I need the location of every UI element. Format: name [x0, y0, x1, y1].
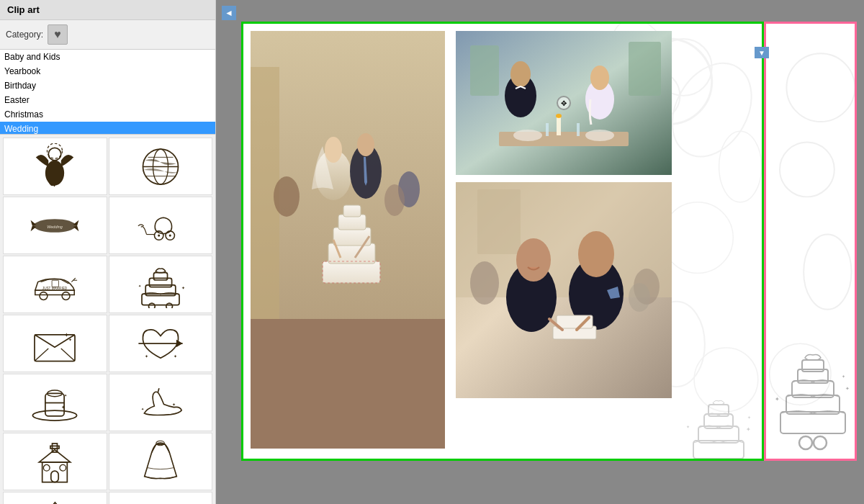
canvas-area: ✥ — [241, 22, 857, 461]
clipart-item-church[interactable] — [3, 433, 107, 490]
photo-bottom-right[interactable] — [456, 182, 672, 398]
svg-point-0 — [49, 148, 62, 161]
clipart-item-hat[interactable]: ✦ ✦ ✦ — [3, 374, 107, 431]
svg-point-114 — [780, 143, 834, 197]
photo-move-handle[interactable]: ✥ — [557, 96, 571, 110]
photo-large[interactable] — [251, 31, 445, 449]
clipart-item-carriage[interactable] — [109, 197, 213, 254]
svg-text:✦: ✦ — [746, 426, 751, 433]
svg-rect-40 — [51, 471, 58, 482]
category-label: Category: — [6, 30, 43, 40]
svg-text:✦: ✦ — [138, 284, 141, 288]
svg-point-75 — [384, 184, 405, 216]
svg-point-85 — [510, 61, 531, 87]
svg-point-80 — [513, 130, 542, 141]
svg-point-115 — [804, 235, 851, 310]
svg-point-103 — [629, 283, 650, 312]
svg-point-81 — [585, 130, 614, 141]
svg-rect-91 — [629, 42, 661, 96]
page-right: ✦ ✦ ✦ — [764, 22, 857, 461]
category-item-baby[interactable]: Baby and Kids — [0, 50, 215, 64]
svg-text:✦: ✦ — [61, 405, 66, 410]
svg-point-126 — [814, 436, 827, 449]
svg-point-87 — [590, 66, 609, 90]
svg-text:✦: ✦ — [686, 425, 690, 429]
svg-rect-61 — [251, 319, 445, 449]
clipart-item-dress[interactable] — [109, 433, 213, 490]
clip-art-panel: Clip art Category: ♥ Baby and KidsYearbo… — [0, 0, 216, 504]
canvas-panel: ◄ ▼ — [216, 0, 864, 504]
clipart-item-limo[interactable]: JUST MARRIED — [109, 492, 213, 504]
category-item-birthday[interactable]: Birthday — [0, 78, 215, 93]
svg-point-113 — [786, 53, 855, 122]
clipart-item-envelope[interactable]: ✦ ✦ — [3, 315, 107, 372]
svg-rect-42 — [60, 464, 66, 471]
svg-text:✦: ✦ — [69, 336, 73, 341]
svg-point-55 — [719, 131, 762, 202]
page-cake-clipart-overlay: ✦ ✦ ✦ — [683, 379, 755, 451]
svg-text:✦: ✦ — [181, 286, 184, 290]
svg-rect-78 — [557, 117, 561, 135]
back-nav-arrow[interactable]: ◄ — [222, 6, 236, 20]
svg-point-70 — [325, 137, 342, 163]
svg-rect-41 — [44, 464, 50, 471]
favorites-heart-icon[interactable]: ♥ — [48, 24, 68, 45]
category-item-wedding[interactable]: Wedding — [0, 122, 215, 134]
svg-text:✦: ✦ — [842, 374, 845, 379]
svg-rect-67 — [343, 205, 361, 217]
svg-text:✦: ✦ — [747, 415, 751, 420]
svg-text:✦: ✦ — [145, 354, 148, 359]
svg-point-101 — [470, 261, 499, 305]
clipart-item-banner[interactable]: Wedding — [3, 197, 107, 254]
panel-title: Clip art — [0, 0, 215, 20]
svg-point-72 — [357, 133, 374, 156]
svg-point-11 — [40, 292, 48, 300]
svg-point-96 — [578, 231, 614, 277]
svg-rect-63 — [323, 261, 380, 283]
clipart-item-angel[interactable] — [3, 138, 107, 195]
svg-rect-18 — [153, 272, 167, 279]
svg-point-56 — [662, 202, 734, 274]
svg-point-53 — [657, 49, 762, 171]
category-row: Category: ♥ — [0, 20, 215, 50]
clipart-item-cake[interactable]: ✦ ✦ — [109, 256, 213, 313]
svg-text:Wedding: Wedding — [48, 224, 63, 228]
clipart-grid: Wedding JUST MARRIED ✦ ✦ ✦ ✦ — [0, 135, 215, 504]
svg-point-9 — [158, 234, 160, 236]
svg-point-10 — [168, 234, 171, 236]
svg-point-73 — [274, 176, 300, 217]
svg-point-1 — [45, 160, 64, 185]
svg-text:JUST MARRIED: JUST MARRIED — [42, 286, 68, 289]
page-nav-arrow[interactable]: ▼ — [755, 47, 769, 58]
photo-bottom-right-image — [456, 182, 672, 398]
svg-point-79 — [556, 114, 562, 118]
svg-text:✦: ✦ — [141, 407, 144, 410]
svg-rect-94 — [477, 189, 521, 254]
svg-point-12 — [62, 292, 70, 300]
clipart-item-car[interactable]: JUST MARRIED — [3, 256, 107, 313]
svg-rect-82 — [546, 123, 549, 136]
svg-text:✦: ✦ — [64, 392, 67, 397]
clipart-item-shoe[interactable]: ✦ ✦ — [109, 374, 213, 431]
clipart-item-heart-arrow[interactable]: ✦ ✦ — [109, 315, 213, 372]
clipart-item-ring[interactable] — [3, 492, 107, 504]
page-left[interactable]: ✥ — [241, 22, 764, 461]
category-scroll-area[interactable]: Baby and KidsYearbookBirthdayEasterChris… — [0, 50, 215, 134]
category-item-easter[interactable]: Easter — [0, 93, 215, 107]
svg-text:✦: ✦ — [775, 396, 780, 402]
category-item-christmas[interactable]: Christmas — [0, 107, 215, 122]
svg-rect-83 — [577, 123, 580, 136]
svg-text:✦: ✦ — [845, 386, 850, 391]
svg-rect-90 — [470, 45, 499, 96]
svg-text:✦: ✦ — [44, 408, 48, 413]
photo-large-image — [251, 31, 445, 449]
svg-point-125 — [799, 436, 812, 449]
clipart-item-world[interactable] — [109, 138, 213, 195]
category-item-yearbook[interactable]: Yearbook — [0, 64, 215, 78]
photo-top-right[interactable]: ✥ — [456, 31, 672, 175]
svg-rect-117 — [780, 412, 845, 433]
svg-point-98 — [516, 238, 551, 282]
svg-text:✦: ✦ — [172, 402, 176, 407]
clipart-grid-container: Wedding JUST MARRIED ✦ ✦ ✦ ✦ — [0, 135, 215, 504]
svg-text:✦: ✦ — [173, 354, 176, 359]
